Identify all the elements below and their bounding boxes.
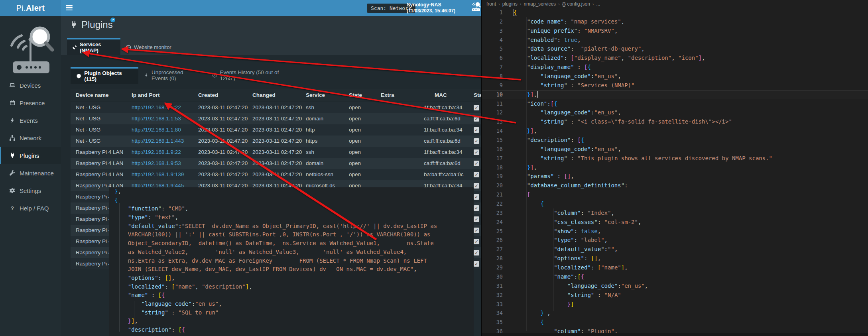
row-checkbox[interactable]: ✓ — [474, 172, 479, 177]
ip-port-link[interactable]: http://192.168.1.9:139 — [132, 171, 184, 177]
cell-status: ✓ — [472, 169, 481, 180]
row-checkbox[interactable]: ✓ — [474, 161, 479, 166]
host-info: Synology-NAS (11/03/2023, 15:46:07) — [407, 2, 469, 14]
row-checkbox[interactable]: ✓ — [474, 138, 479, 144]
cell-ip: http://192.168.1.9:139 — [132, 169, 198, 180]
sidebar-item-label: Settings — [20, 187, 41, 194]
row-checkbox[interactable]: ✓ — [474, 250, 479, 255]
sidebar-item-maintenance[interactable]: Maintenance — [0, 164, 61, 182]
breadcrumb-item[interactable]: {} config.json — [562, 1, 590, 7]
line-number: 28 — [482, 254, 503, 263]
ip-port-link[interactable]: http://192.168.1.1:443 — [132, 138, 184, 144]
cell-status: ✓ — [472, 147, 481, 158]
laptop-icon — [9, 82, 16, 88]
cell-service: ssh — [306, 147, 349, 158]
breadcrumb-item[interactable]: ... — [596, 1, 600, 7]
sidebar-item-devices[interactable]: Devices — [0, 77, 61, 94]
row-checkbox[interactable]: ✓ — [474, 228, 479, 233]
menu-toggle-icon[interactable] — [66, 5, 73, 11]
column-header-extra[interactable]: Extra — [381, 89, 424, 102]
cube-icon — [76, 73, 81, 79]
code-editor[interactable]: front›plugins›nmap_services›{} config.js… — [481, 0, 868, 336]
column-header-ip[interactable]: Ip and Port — [132, 89, 198, 102]
cell-extra — [381, 124, 424, 136]
cell-ip: http://192.168.1.9:22 — [132, 147, 198, 158]
editor-line-1[interactable]: 1{ — [482, 8, 868, 17]
line-number: 18 — [482, 163, 503, 172]
editor-line-7[interactable]: 7 "display_name" : [{ — [482, 63, 868, 72]
json-braces-icon: {} — [562, 1, 566, 7]
breadcrumb-item[interactable]: nmap_services — [524, 1, 556, 7]
row-checkbox[interactable]: ✓ — [474, 183, 479, 189]
overlay-code-line: Object_SecondaryID, datetime() as DateTi… — [109, 239, 474, 248]
line-number: 9 — [482, 81, 503, 90]
breadcrumb-item[interactable]: front — [486, 1, 496, 7]
sidebar-item-presence[interactable]: Presence — [0, 94, 61, 112]
row-checkbox[interactable]: ✓ — [474, 105, 479, 110]
column-header-created[interactable]: Created — [198, 89, 252, 102]
sql-code-overlay[interactable]: },{ "function": "CMD", "type": "text", "… — [109, 187, 474, 336]
text-cursor — [537, 91, 538, 98]
editor-line-3[interactable]: 3 "unique_prefix": "NMAPSRV", — [482, 26, 868, 35]
cell-service: ssh — [306, 102, 349, 113]
row-checkbox[interactable]: ✓ — [474, 205, 479, 211]
row-checkbox[interactable]: ✓ — [474, 239, 479, 244]
cell-status: ✓ — [472, 102, 481, 113]
editor-line-2[interactable]: 2 "code_name": "nmap_services", — [482, 17, 868, 26]
sidebar-item-events[interactable]: Events — [0, 112, 61, 129]
tab-website-monitor[interactable]: Website monitor — [120, 39, 179, 55]
column-header-status[interactable]: Status — [472, 89, 481, 102]
overlay-code-line: ns.Extra as Extra, dv.dev_MAC as Foreign… — [109, 257, 474, 265]
cell-state: open — [349, 158, 381, 169]
tab-plugin-objects-115[interactable]: Plugin Objects (115) — [71, 67, 138, 84]
cell-changed: 2023-03-11 02:47:20 — [252, 113, 306, 124]
sidebar-item-plugins[interactable]: Plugins — [0, 147, 61, 164]
ip-port-link[interactable]: http://192.168.1.9:53 — [132, 160, 181, 166]
sidebar-item-help-faq[interactable]: ?Help / FAQ — [0, 199, 61, 217]
cell-extra — [381, 169, 424, 180]
cell-created: 2023-03-11 02:47:20 — [198, 136, 252, 147]
app-logo[interactable]: Pi.Alert — [0, 0, 61, 16]
line-number: 16 — [482, 145, 503, 154]
sidebar-item-settings[interactable]: Settings — [0, 182, 61, 199]
row-checkbox[interactable]: ✓ — [474, 261, 479, 267]
tab-services-nmap-[interactable]: Services (NMAP) — [67, 38, 120, 55]
breadcrumb-item[interactable]: plugins — [502, 1, 518, 7]
line-number: 35 — [482, 318, 503, 327]
cell-status: ✓ — [472, 113, 481, 124]
cell-extra — [381, 136, 424, 147]
editor-scrollbar[interactable] — [482, 333, 868, 336]
editor-line-5[interactable]: 5 "data_source": "pialert-db-query", — [482, 44, 868, 53]
plug-icon — [70, 21, 78, 29]
column-header-state[interactable]: State — [349, 89, 381, 102]
editor-line-4[interactable]: 4 "enabled": true, — [482, 35, 868, 45]
editor-line-6[interactable]: 6 "localized": ["display_name", "descrip… — [482, 53, 868, 63]
ip-port-link[interactable]: http://192.168.1.9:22 — [132, 149, 181, 155]
row-checkbox[interactable]: ✓ — [474, 116, 479, 122]
row-checkbox[interactable]: ✓ — [474, 216, 479, 222]
ip-port-link[interactable]: http://192.168.1.1:53 — [132, 116, 181, 122]
cell-name: Net - USG — [71, 102, 132, 113]
overlay-code-line: }, — [109, 187, 474, 196]
help-badge[interactable]: ? — [110, 18, 115, 22]
editor-indent-guide — [526, 17, 527, 331]
column-header-service[interactable]: Service — [306, 89, 349, 102]
column-header-name[interactable]: Device name — [71, 89, 132, 102]
overlay-code-line: "options": [], — [109, 274, 474, 283]
ip-port-link[interactable]: http://192.168.1.1:80 — [132, 127, 181, 133]
sidebar-item-label: Maintenance — [20, 170, 54, 177]
row-checkbox[interactable]: ✓ — [474, 149, 479, 155]
sidebar-item-network[interactable]: Network — [0, 129, 61, 147]
tab-events-history-50-out-of-1265[interactable]: Events History (50 out of 1265 ) — [207, 67, 293, 84]
row-checkbox[interactable]: ✓ — [474, 127, 479, 133]
cell-name: Raspberry Pi 4 LAN — [71, 147, 132, 158]
ip-port-link[interactable]: http://192.168.1.1:22 — [132, 104, 181, 110]
cell-service: domain — [306, 158, 349, 169]
column-header-changed[interactable]: Changed — [252, 89, 306, 102]
svg-text:?: ? — [11, 205, 14, 211]
overlay-code-line: "language_code":"en_us", — [109, 300, 474, 308]
tab-unprocessed-events-0[interactable]: Unprocessed Events (0) — [138, 67, 207, 84]
cell-changed: 2023-03-11 02:47:20 — [252, 102, 306, 113]
column-header-mac[interactable]: MAC — [424, 89, 472, 102]
row-checkbox[interactable]: ✓ — [474, 194, 479, 200]
